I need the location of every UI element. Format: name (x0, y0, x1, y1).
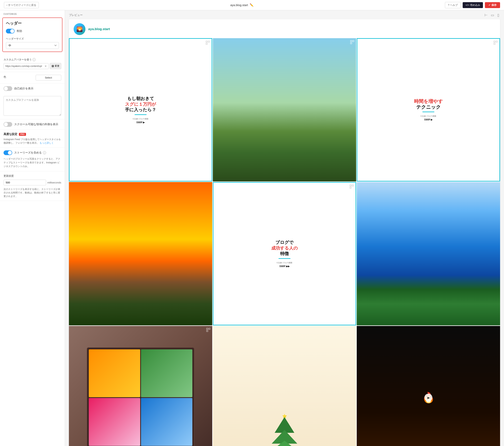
post-3-content: 時間を増やす テクニック ©主婦×ブログ×開業 SWIP ▶ (410, 39, 447, 181)
header-size-select[interactable]: 中 小 大 (6, 42, 59, 49)
post-5-copy: ©主婦×ブログ×開業 (277, 262, 292, 264)
post-7-corner-icon (206, 327, 211, 332)
advanced-title-row: 高度な設定 PRO (3, 132, 61, 136)
post-5-text: ブログで 成功する人の 特徴 (271, 240, 298, 257)
custom-avatar-section: カスタムアバターを使う i https://ayakero.com/wp-con… (0, 55, 65, 72)
post-6[interactable] (357, 182, 500, 325)
back-chevron-icon: ‹ (6, 3, 7, 6)
save-button[interactable]: ✓ 保存 (485, 2, 500, 8)
header-section-title: ヘッダー (6, 21, 59, 26)
post-5-line2: 成功する人の (271, 246, 298, 251)
preview-tablet-icon[interactable]: ▭ (490, 13, 495, 18)
back-label: すべてのフィードに戻る (8, 3, 36, 7)
color-select-text: Select (45, 76, 52, 79)
play-icon[interactable] (424, 394, 432, 402)
post-4-inner (69, 182, 212, 325)
enabled-toggle[interactable] (6, 29, 15, 34)
custom-avatar-label-text: カスタムアバターを使う (3, 58, 32, 61)
stories-info-icon[interactable]: i (43, 151, 46, 154)
post-5-divider (279, 258, 290, 259)
enabled-toggle-row: 有効 (6, 29, 59, 34)
preview-header: プレビュー ⊢ ▭ ▯ (65, 10, 504, 19)
avatar[interactable]: 🌄 (74, 23, 86, 35)
avatar-input-row: https://ayakero.com/wp-content/upl ✕ 🖼 変… (3, 63, 61, 69)
back-button[interactable]: ‹ すべてのフィードに戻る (4, 2, 39, 8)
help-circle-icon: ? (448, 3, 449, 6)
svg-rect-4 (353, 40, 354, 42)
post-1-line1: もし朝おきて (125, 96, 156, 102)
svg-rect-13 (209, 328, 210, 329)
post-8-bg: ⭐ (213, 326, 356, 446)
post-5-inner: ブログで 成功する人の 特徴 ©主婦×ブログ×開業 SWIP ▶▶ (214, 183, 356, 325)
avatar-url-display: https://ayakero.com/wp-content/upl (5, 65, 44, 68)
image-icon: 🖼 (52, 65, 54, 68)
post-5-line1: ブログで (271, 240, 298, 246)
post-7[interactable] (69, 326, 212, 446)
post-3-swip: SWIP ▶ (424, 118, 433, 121)
site-name: aya.blog.start (230, 3, 248, 7)
svg-rect-2 (206, 43, 207, 44)
food-box (87, 347, 194, 446)
color-select[interactable]: Select (36, 75, 61, 81)
post-1-divider (135, 114, 146, 115)
bio-toggle[interactable] (3, 86, 12, 91)
post-5[interactable]: ブログで 成功する人の 特徴 ©主婦×ブログ×開業 SWIP ▶▶ (213, 182, 356, 325)
svg-rect-7 (496, 41, 497, 42)
help-label: ヘルプ (450, 3, 458, 7)
svg-rect-14 (207, 330, 208, 332)
post-4-bg (69, 182, 212, 325)
scroll-toggle[interactable] (3, 122, 12, 127)
post-3[interactable]: 時間を増やす テクニック ©主婦×ブログ×開業 SWIP ▶ (357, 38, 500, 181)
post-8[interactable]: ⭐ (213, 326, 356, 446)
size-label: ヘッダーサイズ (6, 37, 59, 40)
svg-rect-1 (208, 41, 210, 42)
advanced-title: 高度な設定 (3, 132, 17, 136)
advanced-section: 高度な設定 PRO Instagram Feed プロ版を使用してヘッダースタイ… (0, 130, 65, 148)
stories-toggle-row: ストーリーズを含める i (3, 150, 61, 155)
preview-desktop-icon[interactable]: ⊢ (484, 13, 488, 18)
embed-button[interactable]: </> 埋め込み (463, 2, 483, 8)
frequency-label: 更新頻度 (3, 174, 61, 178)
advanced-desc: Instagram Feed プロ版を使用してヘッダースタイルを微調整し、フォロ… (3, 138, 61, 145)
avatar-clear-icon[interactable]: ✕ (44, 65, 47, 68)
avatar-emoji: 🌄 (76, 26, 83, 32)
post-2[interactable] (213, 38, 356, 181)
frequency-unit: milliseconds (47, 181, 61, 184)
change-label: 変更 (55, 64, 59, 68)
svg-rect-3 (350, 40, 352, 42)
profile-textarea[interactable] (3, 96, 61, 116)
post-7-bg (69, 326, 212, 446)
preview-label: プレビュー (69, 13, 83, 17)
more-link[interactable]: もっと詳しく (39, 142, 54, 144)
post-5-swip: SWIP ▶▶ (279, 265, 290, 268)
post-1-text: もし朝おきて スグに１万円が 手に入ったら？ (125, 96, 156, 113)
svg-rect-8 (494, 43, 495, 44)
topbar: ‹ すべてのフィードに戻る aya.blog.start ✏️ ? ヘルプ </… (0, 0, 504, 10)
custom-avatar-label: カスタムアバターを使う i (3, 58, 61, 61)
stories-toggle[interactable] (3, 150, 12, 155)
stories-toggle-label: ストーリーズを含める i (14, 151, 46, 155)
post-3-copy: ©主婦×ブログ×開業 (420, 115, 436, 118)
frequency-row: milliseconds (3, 180, 61, 185)
help-button[interactable]: ? ヘルプ (445, 2, 461, 8)
post-4[interactable] (69, 182, 212, 325)
avatar-info-icon[interactable]: i (33, 58, 36, 61)
feed-container: 🌄 aya.blog.start もし朝おきて スグに１万円が 手に入ったら？ (69, 19, 500, 446)
preview-mobile-icon[interactable]: ▯ (497, 13, 500, 18)
post-3-divider (422, 112, 434, 112)
post-1-swip: SWIP ▶ (136, 121, 145, 124)
post-1-copy: ©主婦×ブログ×開業 (133, 118, 148, 120)
post-2-bg (213, 38, 356, 181)
svg-rect-11 (350, 187, 351, 188)
food-item-1 (89, 349, 140, 397)
edit-icon[interactable]: ✏️ (250, 3, 253, 7)
post-2-inner (213, 38, 356, 181)
scroll-toggle-row: スクロール可能な領域の外側を表示 (0, 119, 65, 130)
post-1[interactable]: もし朝おきて スグに１万円が 手に入ったら？ ©主婦×ブログ×開業 SWIP ▶ (69, 38, 212, 181)
post-1-line3: 手に入ったら？ (125, 107, 156, 113)
change-avatar-button[interactable]: 🖼 変更 (50, 63, 61, 69)
frequency-input[interactable] (3, 180, 46, 185)
color-row: 色 Select (3, 75, 61, 81)
post-1-content: もし朝おきて スグに１万円が 手に入ったら？ ©主婦×ブログ×開業 SWIP ▶ (121, 39, 160, 181)
post-9[interactable]: 🔥 (357, 326, 500, 446)
